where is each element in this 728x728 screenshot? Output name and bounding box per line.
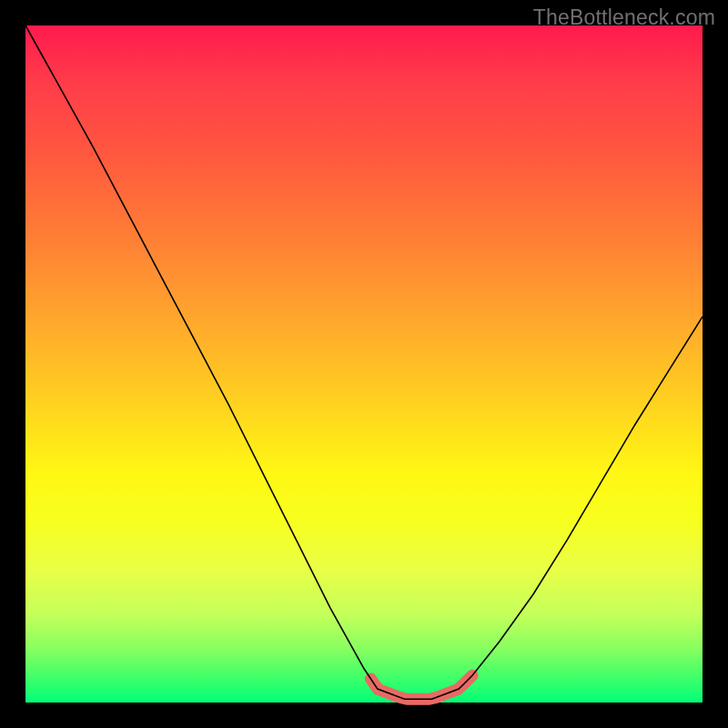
optimal-range-highlight [370, 675, 472, 699]
plot-area [25, 25, 703, 703]
chart-frame: TheBottleneck.com [0, 0, 728, 728]
curve-svg [25, 25, 703, 703]
bottleneck-curve [25, 25, 703, 699]
